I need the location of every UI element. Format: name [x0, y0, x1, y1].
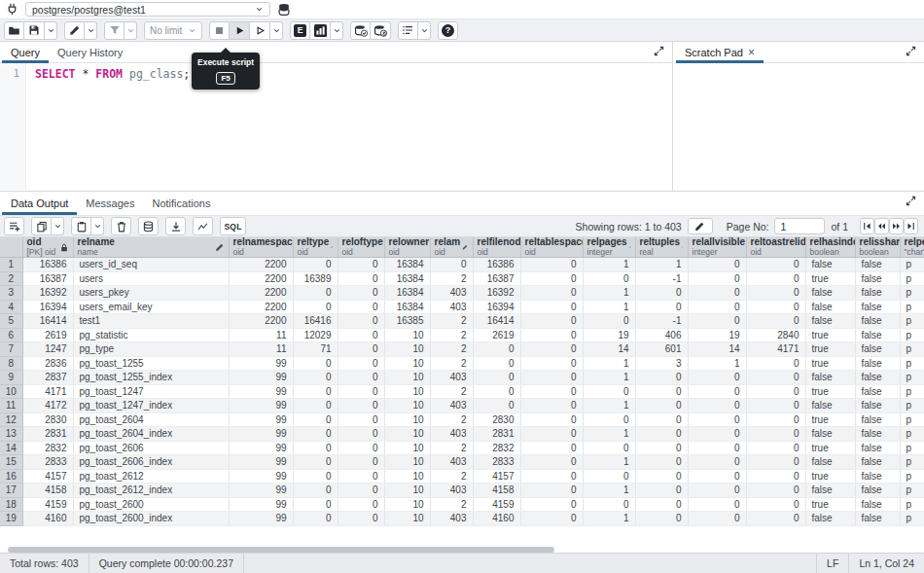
paste-button[interactable]: [71, 217, 91, 235]
grid-cell[interactable]: 71: [293, 342, 338, 357]
grid-cell[interactable]: 0: [688, 286, 746, 301]
grid-cell[interactable]: false: [855, 286, 900, 301]
grid-cell[interactable]: 1: [635, 258, 688, 272]
grid-cell[interactable]: users_email_key: [73, 300, 229, 314]
grid-cell[interactable]: 2: [430, 356, 473, 371]
grid-cell[interactable]: true: [805, 356, 855, 371]
grid-cell[interactable]: 2830: [22, 412, 73, 427]
grid-cell[interactable]: 0: [688, 399, 746, 413]
grid-cell[interactable]: 0: [338, 412, 384, 427]
grid-cell[interactable]: 14: [583, 342, 635, 357]
grid-cell[interactable]: 0: [688, 455, 746, 470]
grid-cell[interactable]: 2837: [22, 371, 73, 385]
tab-notifications[interactable]: Notifications: [143, 192, 219, 215]
grid-cell[interactable]: 16414: [22, 314, 73, 329]
grid-cell[interactable]: 0: [635, 427, 688, 442]
grid-cell[interactable]: 406: [635, 328, 688, 342]
grid-cell[interactable]: 16384: [384, 286, 430, 301]
grid-cell[interactable]: 0: [473, 356, 520, 371]
grid-cell[interactable]: p: [900, 455, 924, 470]
open-file-button[interactable]: [4, 21, 24, 40]
grid-cell[interactable]: pg_toast_2600_index: [73, 512, 229, 526]
grid-cell[interactable]: 0: [520, 300, 583, 314]
grid-cell[interactable]: p: [900, 469, 924, 483]
grid-cell[interactable]: false: [855, 455, 900, 470]
grid-cell[interactable]: 99: [229, 427, 293, 442]
grid-cell[interactable]: 16386: [473, 258, 520, 272]
grid-cell[interactable]: 2: [430, 314, 473, 329]
grid-cell[interactable]: 2: [430, 271, 473, 286]
grid-cell[interactable]: 0: [338, 512, 384, 526]
grid-cell[interactable]: 2: [430, 469, 473, 483]
grid-cell[interactable]: p: [900, 441, 924, 455]
add-row-button[interactable]: [4, 217, 24, 235]
grid-cell[interactable]: 2: [430, 441, 473, 455]
grid-cell[interactable]: p: [900, 384, 924, 399]
grid-cell[interactable]: 2836: [22, 356, 73, 371]
grid-cell[interactable]: 2619: [473, 328, 520, 342]
grid-cell[interactable]: 16394: [22, 300, 73, 314]
grid-cell[interactable]: 99: [229, 441, 293, 455]
row-number[interactable]: 7: [0, 342, 22, 357]
page-number-input[interactable]: [774, 218, 825, 234]
grid-cell[interactable]: 0: [293, 399, 338, 413]
grid-cell[interactable]: 10: [384, 497, 430, 512]
grid-cell[interactable]: 0: [746, 399, 805, 413]
grid-cell[interactable]: 99: [229, 469, 293, 483]
rollback-button[interactable]: [371, 21, 391, 40]
grid-cell[interactable]: 1: [583, 356, 635, 371]
column-header-relpersistence[interactable]: relpersistence"char": [900, 237, 924, 258]
previous-page-button[interactable]: [874, 218, 889, 234]
grid-cell[interactable]: 0: [338, 300, 384, 314]
grid-cell[interactable]: 2840: [746, 328, 805, 342]
edit-options-button[interactable]: [85, 21, 97, 40]
column-header-relowner[interactable]: relowneroid: [384, 237, 430, 258]
grid-cell[interactable]: false: [855, 342, 900, 357]
grid-cell[interactable]: 0: [635, 412, 688, 427]
grid-cell[interactable]: 4171: [746, 342, 805, 357]
grid-cell[interactable]: 2: [430, 328, 473, 342]
grid-cell[interactable]: 16387: [22, 271, 73, 286]
grid-cell[interactable]: 0: [520, 371, 583, 385]
grid-cell[interactable]: 0: [338, 497, 384, 512]
column-header-relam[interactable]: relamoid: [430, 237, 473, 258]
grid-cell[interactable]: 403: [430, 483, 473, 498]
grid-cell[interactable]: 0: [338, 356, 384, 371]
grid-cell[interactable]: 0: [520, 342, 583, 357]
grid-cell[interactable]: 0: [338, 399, 384, 413]
grid-cell[interactable]: false: [805, 258, 855, 272]
grid-cell[interactable]: p: [900, 427, 924, 442]
grid-cell[interactable]: 2832: [22, 441, 73, 455]
grid-cell[interactable]: test1: [73, 314, 229, 329]
grid-cell[interactable]: 0: [473, 399, 520, 413]
filter-options-button[interactable]: [124, 21, 137, 40]
grid-cell[interactable]: 1: [583, 258, 635, 272]
grid-cell[interactable]: 4159: [473, 497, 520, 512]
grid-cell[interactable]: 0: [746, 258, 805, 272]
copy-button[interactable]: [31, 217, 52, 235]
grid-cell[interactable]: true: [805, 271, 855, 286]
grid-cell[interactable]: pg_toast_2612: [73, 469, 229, 483]
grid-cell[interactable]: 0: [293, 384, 338, 399]
row-number[interactable]: 8: [0, 356, 22, 371]
grid-cell[interactable]: false: [805, 371, 855, 385]
grid-cell[interactable]: 0: [746, 300, 805, 314]
grid-cell[interactable]: 0: [746, 356, 805, 371]
grid-cell[interactable]: 0: [583, 412, 635, 427]
grid-cell[interactable]: 16416: [293, 314, 338, 329]
grid-cell[interactable]: pg_toast_1255: [73, 356, 229, 371]
grid-cell[interactable]: true: [805, 497, 855, 512]
grid-cell[interactable]: 4157: [22, 469, 73, 483]
column-header-relnamespace[interactable]: relnamespaceoid: [229, 237, 293, 258]
execute-script-button[interactable]: [230, 21, 250, 40]
grid-cell[interactable]: 1: [583, 483, 635, 498]
grid-cell[interactable]: 0: [293, 356, 338, 371]
grid-cell[interactable]: 99: [229, 412, 293, 427]
grid-cell[interactable]: 0: [520, 258, 583, 272]
grid-cell[interactable]: 0: [293, 455, 338, 470]
save-data-button[interactable]: [138, 217, 159, 235]
grid-cell[interactable]: 0: [746, 384, 805, 399]
grid-cell[interactable]: 4159: [22, 497, 73, 512]
grid-cell[interactable]: 0: [688, 412, 746, 427]
row-number[interactable]: 1: [0, 258, 22, 272]
